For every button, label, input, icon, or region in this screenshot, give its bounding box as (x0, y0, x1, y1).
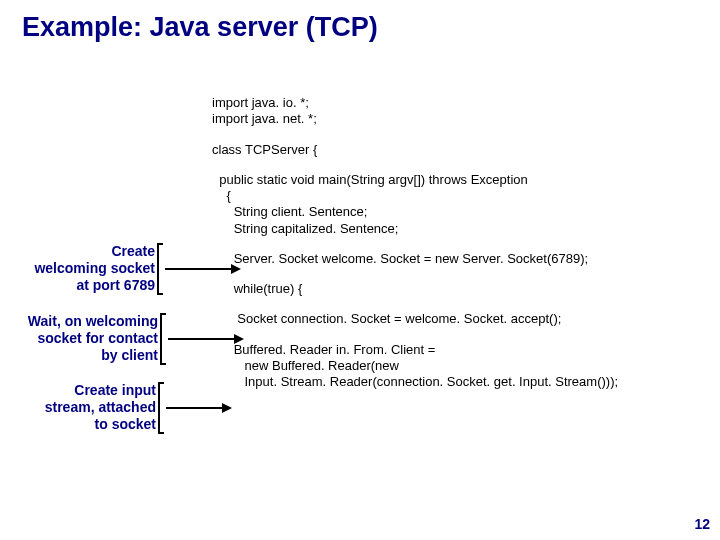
code-line: new Buffered. Reader(new (212, 358, 712, 374)
annotation-line: at port 6789 (22, 277, 155, 294)
annotation-create-input-stream: Create input stream, attached to socket (32, 382, 156, 432)
bracket-icon (160, 313, 166, 365)
annotation-wait-socket: Wait, on welcoming socket for contact by… (22, 313, 158, 363)
annotation-line: Wait, on welcoming (22, 313, 158, 330)
code-line: String capitalized. Sentence; (212, 221, 712, 237)
code-block: import java. io. *; import java. net. *;… (212, 95, 712, 390)
code-line: import java. io. *; (212, 95, 712, 111)
code-line: String client. Sentence; (212, 204, 712, 220)
code-line: Buffered. Reader in. From. Client = (212, 342, 712, 358)
annotation-line: socket for contact (22, 330, 158, 347)
code-line: Server. Socket welcome. Socket = new Ser… (212, 251, 712, 267)
annotation-line: stream, attached (32, 399, 156, 416)
annotation-line: Create (22, 243, 155, 260)
code-line: class TCPServer { (212, 142, 712, 158)
code-line: { (212, 188, 712, 204)
code-line: while(true) { (212, 281, 712, 297)
code-line: public static void main(String argv[]) t… (212, 172, 712, 188)
code-line: import java. net. *; (212, 111, 712, 127)
bracket-icon (157, 243, 163, 295)
annotation-line: to socket (32, 416, 156, 433)
bracket-icon (158, 382, 164, 434)
page-number: 12 (694, 516, 710, 532)
annotation-line: by client (22, 347, 158, 364)
code-line: Input. Stream. Reader(connection. Socket… (212, 374, 712, 390)
annotation-line: Create input (32, 382, 156, 399)
code-line: Socket connection. Socket = welcome. Soc… (212, 311, 712, 327)
annotation-create-welcoming-socket: Create welcoming socket at port 6789 (22, 243, 155, 293)
annotation-line: welcoming socket (22, 260, 155, 277)
page-title: Example: Java server (TCP) (0, 0, 720, 43)
